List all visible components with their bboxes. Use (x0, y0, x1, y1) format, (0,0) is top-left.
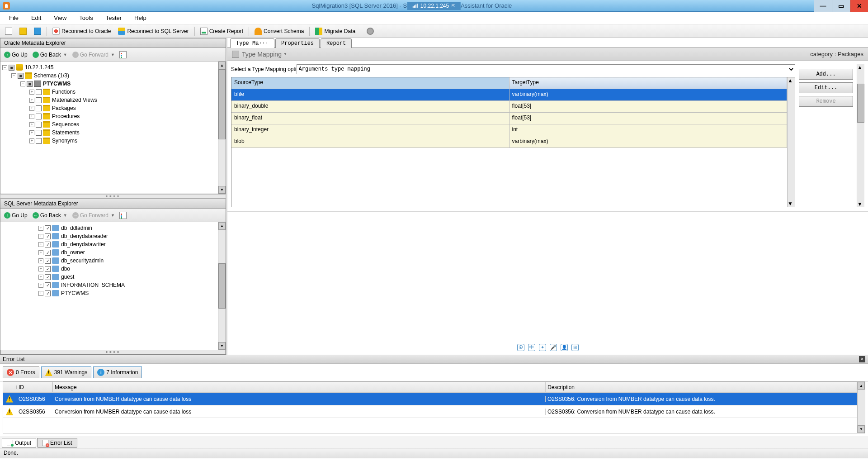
oracle-tree[interactable]: −■10.22.1.245 −■Schemas (1/3) −■PTYCWMS … (0, 62, 218, 194)
close-button[interactable]: ✕ (850, 0, 868, 12)
convert-schema-button[interactable]: Convert Schema (251, 26, 307, 37)
checkbox[interactable] (36, 122, 42, 128)
tree-node[interactable]: +db_owner (2, 248, 216, 257)
tab-type-mapping[interactable]: Type Ma··· (230, 38, 274, 48)
tree-node[interactable]: +INFORMATION_SCHEMA (2, 281, 216, 289)
go-up-button[interactable]: ↑Go Up (2, 211, 29, 219)
minimize-button[interactable]: — (814, 0, 832, 12)
checkbox[interactable] (36, 114, 42, 119)
menu-edit[interactable]: Edit (26, 13, 47, 23)
scroll-down-button[interactable]: ▼ (788, 200, 795, 207)
tree-node-schema[interactable]: −■PTYCWMS (2, 80, 216, 88)
open-button[interactable] (16, 26, 30, 37)
expand-icon[interactable]: + (38, 291, 43, 296)
list-view-icon[interactable] (119, 51, 127, 58)
migrate-data-button[interactable]: Migrate Data (312, 26, 359, 37)
grip[interactable] (0, 350, 226, 354)
reconnect-oracle-button[interactable]: Reconnect to Oracle (49, 26, 114, 37)
checkbox[interactable] (36, 138, 42, 144)
scrollbar[interactable]: ▲ ▼ (857, 64, 864, 207)
scroll-up-button[interactable]: ▲ (218, 222, 226, 230)
menu-help[interactable]: Help (129, 13, 152, 23)
tree-node[interactable]: +guest (2, 273, 216, 281)
grid-row[interactable]: bfilevarbinary(max) (231, 89, 787, 101)
splitter[interactable] (0, 194, 226, 199)
checkbox[interactable] (36, 89, 42, 95)
menu-tools[interactable]: Tools (74, 13, 98, 23)
tree-node-schemas[interactable]: −■Schemas (1/3) (2, 71, 216, 80)
scrollbar[interactable]: ▲ ▼ (218, 62, 226, 194)
error-row[interactable]: !O2SS0356Conversion from NUMBER datatype… (3, 405, 857, 418)
expand-icon[interactable]: + (38, 242, 43, 247)
close-panel-button[interactable]: × (859, 356, 865, 362)
output-tab[interactable]: Output (2, 438, 36, 448)
tree-node[interactable]: +db_securityadmin (2, 257, 216, 265)
error-list-tab[interactable]: Error List (37, 438, 77, 448)
scrollbar[interactable]: ▲ ▼ (218, 222, 226, 350)
go-back-button[interactable]: ←Go Back▼ (31, 211, 69, 219)
error-row[interactable]: !O2SS0356Conversion from NUMBER datatype… (3, 393, 857, 405)
scroll-up-button[interactable]: ▲ (858, 382, 865, 390)
scrollbar[interactable]: ▲ ▼ (787, 77, 795, 207)
checkbox[interactable] (45, 274, 51, 280)
expand-icon[interactable]: + (38, 250, 43, 255)
tab-properties[interactable]: Properties (275, 38, 320, 48)
tree-node-synonyms[interactable]: +Synonyms (2, 137, 216, 145)
tree-node[interactable]: +db_ddladmin (2, 224, 216, 232)
mic-icon[interactable]: 🎤 (550, 344, 557, 351)
expand-icon[interactable]: + (38, 234, 43, 239)
grid-icon[interactable]: ⊞ (571, 344, 579, 351)
checkbox[interactable] (45, 242, 51, 247)
tree-node-sequences[interactable]: +Sequences (2, 120, 216, 128)
expand-icon[interactable]: + (29, 130, 34, 135)
checkbox[interactable] (36, 130, 42, 136)
scroll-up-button[interactable]: ▲ (788, 77, 795, 84)
col-id[interactable]: ID (17, 382, 53, 392)
scroll-thumb[interactable] (218, 69, 226, 139)
checkbox[interactable] (45, 233, 51, 239)
warnings-filter[interactable]: !391 Warnings (41, 366, 92, 378)
add-button[interactable]: Add... (799, 69, 853, 80)
stop-button[interactable] (363, 26, 377, 37)
tree-node-matviews[interactable]: +Materialized Views (2, 96, 216, 104)
person-icon[interactable]: 👤 (561, 344, 568, 351)
col-sourcetype[interactable]: SourceType (231, 77, 509, 89)
expand-icon[interactable]: + (38, 226, 43, 231)
col-icon[interactable] (3, 385, 17, 389)
expand-icon[interactable]: + (29, 90, 34, 95)
sparkle-icon[interactable]: ✦ (539, 344, 546, 351)
go-forward-button[interactable]: →Go Forward▼ (71, 211, 117, 219)
menu-tester[interactable]: Tester (100, 13, 127, 23)
tree-node[interactable]: +db_denydatareader (2, 232, 216, 240)
ime-icon[interactable]: ⦿ (517, 344, 524, 351)
scroll-down-button[interactable]: ▼ (218, 342, 226, 350)
tree-node-procedures[interactable]: +Procedures (2, 112, 216, 120)
checkbox[interactable] (45, 225, 51, 231)
collapse-icon[interactable]: − (2, 65, 7, 70)
tree-node-server[interactable]: −■10.22.1.245 (2, 63, 216, 71)
tree-node-packages[interactable]: +Packages (2, 104, 216, 112)
go-back-button[interactable]: ←Go Back▼ (31, 51, 69, 59)
menu-file[interactable]: File (4, 13, 24, 23)
chevron-down-icon[interactable]: ▼ (283, 52, 287, 56)
tree-node[interactable]: +PTYCWMS (2, 289, 216, 297)
list-view-icon[interactable] (119, 212, 127, 219)
checkbox[interactable]: ■ (18, 73, 24, 79)
sql-tree[interactable]: +db_ddladmin+db_denydatareader+db_denyda… (0, 222, 218, 350)
scroll-down-button[interactable]: ▼ (218, 186, 226, 194)
expand-icon[interactable]: + (29, 114, 34, 119)
expand-icon[interactable]: + (29, 138, 34, 143)
col-description[interactable]: Description (545, 382, 857, 392)
save-button[interactable] (31, 26, 44, 37)
checkbox[interactable]: ■ (9, 65, 14, 71)
checkbox[interactable] (45, 258, 51, 264)
grid-row[interactable]: binary_doublefloat[53] (231, 101, 787, 113)
scrollbar[interactable]: ▲ ▼ (857, 382, 865, 433)
col-targettype[interactable]: TargetType (509, 77, 788, 89)
tab-report[interactable]: Report (321, 38, 352, 48)
checkbox[interactable] (45, 266, 51, 272)
mapping-option-select[interactable]: Arguments type mapping (297, 64, 795, 74)
grid-row[interactable]: binary_integerint (231, 124, 787, 136)
lang-icon[interactable]: 中 (528, 344, 535, 351)
col-message[interactable]: Message (53, 382, 545, 392)
